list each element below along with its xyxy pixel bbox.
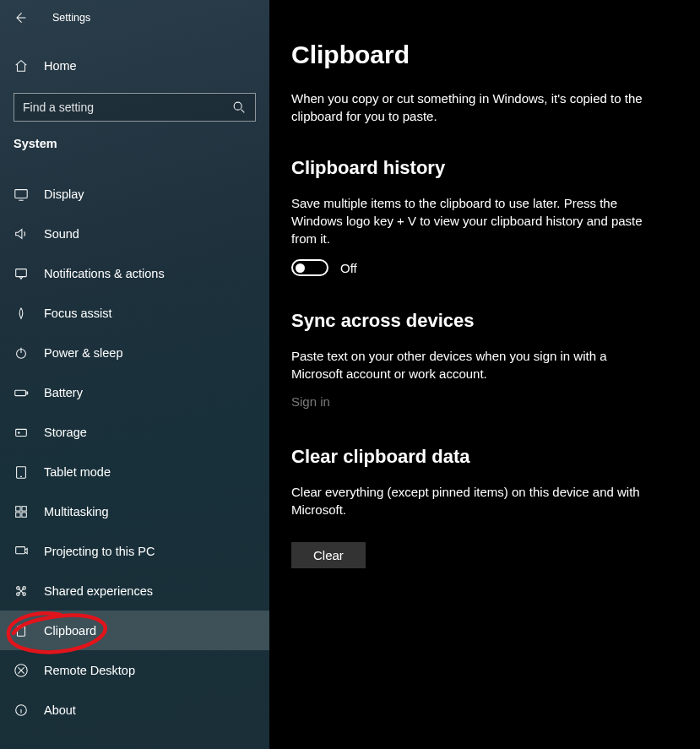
page-title: Clipboard: [291, 41, 678, 69]
sidebar-item-clipboard[interactable]: Clipboard: [0, 611, 269, 650]
page-intro: When you copy or cut something in Window…: [291, 90, 654, 125]
sync-heading: Sync across devices: [291, 310, 678, 332]
svg-rect-5: [26, 392, 28, 394]
main-content: Clipboard When you copy or cut something…: [269, 0, 700, 749]
power-icon: [14, 345, 29, 361]
svg-rect-4: [15, 390, 26, 395]
battery-icon: [14, 385, 29, 400]
sidebar-item-label: Tablet mode: [44, 465, 111, 479]
clear-heading: Clear clipboard data: [291, 446, 678, 468]
sidebar-item-tablet-mode[interactable]: Tablet mode: [0, 452, 269, 491]
search-input[interactable]: [23, 100, 231, 114]
search-box[interactable]: [14, 93, 256, 122]
sound-icon: [14, 226, 29, 242]
sidebar-item-label: Clipboard: [44, 624, 96, 638]
sidebar-item-projecting[interactable]: Projecting to this PC: [0, 531, 269, 571]
history-heading: Clipboard history: [291, 157, 678, 179]
signin-link[interactable]: Sign in: [291, 394, 330, 409]
sidebar-section-title: System: [0, 137, 269, 150]
sidebar-item-label: Projecting to this PC: [44, 545, 155, 558]
svg-rect-1: [15, 189, 27, 198]
svg-point-7: [19, 431, 19, 432]
window-title: Settings: [52, 12, 90, 24]
sidebar-item-storage[interactable]: Storage: [0, 412, 269, 452]
sidebar-item-display[interactable]: Display: [0, 174, 269, 214]
sidebar-item-label: Notifications & actions: [44, 267, 165, 280]
svg-rect-13: [16, 546, 25, 553]
clear-desc: Clear everything (except pinned items) o…: [291, 483, 654, 518]
tablet-icon: [14, 464, 29, 480]
multitasking-icon: [14, 504, 29, 519]
sidebar-home[interactable]: Home: [0, 49, 269, 83]
sidebar-home-label: Home: [44, 59, 77, 73]
sidebar-item-notifications[interactable]: Notifications & actions: [0, 253, 269, 293]
sidebar-item-label: Shared experiences: [44, 584, 153, 598]
sidebar-item-shared-experiences[interactable]: Shared experiences: [0, 571, 269, 611]
history-desc: Save multiple items to the clipboard to …: [291, 194, 654, 247]
svg-rect-2: [16, 269, 27, 276]
sidebar-item-about[interactable]: About: [0, 690, 269, 730]
sidebar-item-label: Storage: [44, 426, 87, 439]
svg-rect-6: [16, 429, 27, 436]
sidebar-item-power-sleep[interactable]: Power & sleep: [0, 333, 269, 372]
search-icon: [231, 100, 247, 115]
about-icon: [14, 703, 29, 718]
sidebar-item-multitasking[interactable]: Multitasking: [0, 491, 269, 531]
sidebar-item-battery[interactable]: Battery: [0, 372, 269, 412]
back-button[interactable]: [12, 9, 29, 26]
svg-rect-11: [16, 512, 20, 516]
sidebar-item-label: Battery: [44, 386, 83, 399]
history-toggle[interactable]: [291, 259, 328, 276]
clear-button[interactable]: Clear: [291, 542, 366, 568]
svg-rect-9: [16, 506, 20, 510]
shared-icon: [14, 583, 29, 599]
sidebar-item-sound[interactable]: Sound: [0, 214, 269, 253]
sidebar-item-label: Remote Desktop: [44, 664, 135, 677]
clipboard-icon: [14, 623, 29, 638]
sidebar-item-remote-desktop[interactable]: Remote Desktop: [0, 650, 269, 690]
remote-desktop-icon: [14, 663, 29, 678]
display-icon: [14, 187, 29, 202]
sidebar-item-label: About: [44, 703, 76, 717]
sidebar: Settings Home System Display Sound: [0, 0, 269, 749]
sync-desc: Paste text on your other devices when yo…: [291, 347, 654, 383]
svg-rect-12: [22, 512, 26, 516]
sidebar-item-label: Focus assist: [44, 307, 112, 320]
notifications-icon: [14, 266, 29, 281]
sidebar-item-label: Display: [44, 187, 84, 201]
sidebar-item-label: Power & sleep: [44, 346, 123, 360]
svg-point-0: [234, 102, 241, 110]
storage-icon: [14, 425, 29, 440]
home-icon: [14, 58, 29, 73]
projecting-icon: [14, 544, 29, 559]
sidebar-item-focus-assist[interactable]: Focus assist: [0, 293, 269, 333]
focus-assist-icon: [14, 306, 29, 321]
sidebar-item-label: Sound: [44, 227, 79, 241]
svg-rect-10: [22, 506, 26, 510]
sidebar-item-label: Multitasking: [44, 505, 109, 518]
history-toggle-label: Off: [340, 261, 357, 275]
